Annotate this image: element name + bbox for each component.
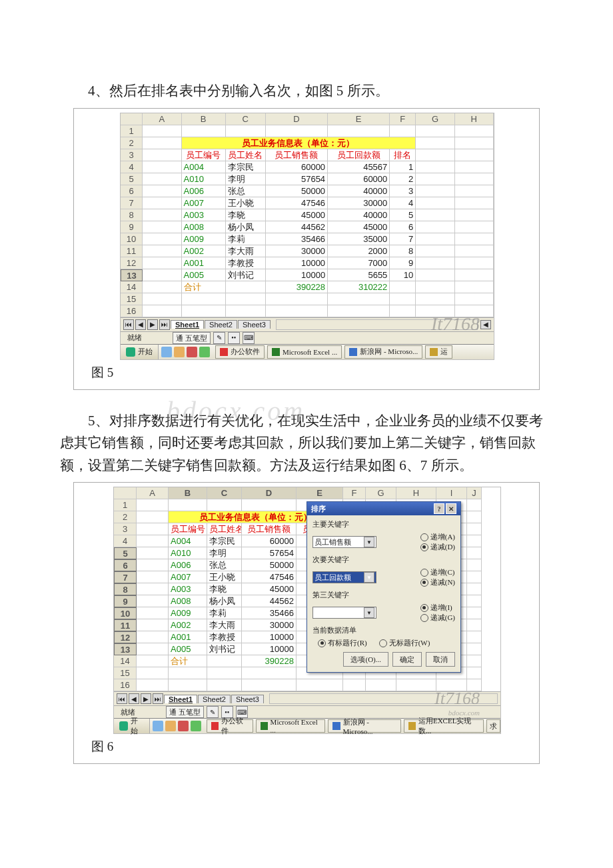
cell[interactable]	[328, 293, 390, 305]
row-header[interactable]: 2	[114, 511, 137, 523]
cell[interactable]	[416, 281, 454, 293]
cell[interactable]	[467, 499, 482, 511]
sheet-tab-2[interactable]: Sheet2	[198, 695, 231, 703]
cell[interactable]: 10	[390, 269, 416, 281]
cell[interactable]	[455, 149, 494, 161]
cell[interactable]: 50000	[242, 559, 297, 571]
col-C[interactable]: C	[207, 487, 242, 499]
ime-label[interactable]: 通 五笔型	[166, 706, 204, 718]
cell[interactable]	[266, 305, 328, 317]
cell[interactable]: 4	[390, 197, 416, 209]
cell[interactable]: 35466	[266, 233, 328, 245]
sheet-tab-1[interactable]: Sheet1	[171, 320, 204, 329]
ime-icon-pen[interactable]: ✎	[207, 706, 219, 718]
row-header[interactable]: 10	[121, 233, 143, 245]
cell[interactable]: 30000	[328, 197, 390, 209]
cell[interactable]: 45000	[242, 583, 297, 595]
cell[interactable]: 李明	[207, 547, 242, 559]
options-button[interactable]: 选项(O)...	[343, 652, 388, 667]
cell[interactable]	[182, 125, 226, 137]
cell[interactable]	[467, 631, 482, 643]
cell[interactable]: 张总	[207, 559, 242, 571]
cell[interactable]	[137, 643, 169, 655]
taskbar-office[interactable]: 办公软件	[207, 719, 253, 733]
ime-label[interactable]: 通 五笔型	[173, 332, 211, 344]
horizontal-scrollbar[interactable]	[269, 693, 498, 704]
cell[interactable]	[143, 293, 181, 305]
row-header[interactable]: 16	[114, 679, 137, 691]
cell[interactable]: 李宗民	[226, 161, 266, 173]
cell[interactable]	[467, 619, 482, 631]
cell[interactable]	[467, 571, 482, 583]
cell[interactable]: 7	[390, 233, 416, 245]
cell[interactable]	[242, 667, 297, 679]
cell[interactable]	[436, 679, 467, 691]
cell[interactable]: 44562	[266, 221, 328, 233]
cell[interactable]: A009	[182, 233, 226, 245]
col-B[interactable]: B	[169, 487, 207, 499]
cell[interactable]	[207, 499, 242, 511]
cell[interactable]	[455, 197, 494, 209]
cell[interactable]: 王小晓	[207, 571, 242, 583]
cell[interactable]: 10000	[242, 643, 297, 655]
cell[interactable]: 李晓	[226, 209, 266, 221]
row-header[interactable]: 4	[114, 535, 137, 547]
cell[interactable]	[416, 221, 454, 233]
nav-prev-icon[interactable]: ◀	[129, 693, 139, 704]
sheet-tab-3[interactable]: Sheet3	[238, 320, 271, 329]
cell[interactable]: 李大雨	[207, 619, 242, 631]
cell[interactable]	[455, 233, 494, 245]
cell[interactable]	[137, 619, 169, 631]
col-header-D[interactable]: D	[266, 113, 328, 125]
cell[interactable]	[455, 185, 494, 197]
radio-asc-2[interactable]	[420, 569, 428, 577]
cell[interactable]	[416, 137, 454, 149]
cell[interactable]: 2000	[328, 245, 390, 257]
ql-mail-icon[interactable]	[178, 721, 189, 731]
ime-icon-pen[interactable]: ✎	[213, 332, 225, 344]
row-header[interactable]: 13	[121, 269, 143, 281]
row-header[interactable]: 11	[114, 619, 137, 631]
cell[interactable]	[455, 305, 494, 317]
cell[interactable]: A001	[169, 631, 207, 643]
cell[interactable]: 1	[390, 161, 416, 173]
cell[interactable]: 44562	[242, 595, 297, 607]
cell[interactable]: 60000	[242, 535, 297, 547]
ok-button[interactable]: 确定	[392, 652, 422, 667]
cell[interactable]	[137, 571, 169, 583]
radio-desc-1[interactable]	[420, 543, 428, 551]
cell[interactable]	[467, 655, 482, 667]
nav-last-icon[interactable]: ⏭	[153, 693, 163, 704]
ql-desktop-icon[interactable]	[153, 721, 163, 731]
col-header-E[interactable]: E	[328, 113, 390, 125]
cell[interactable]: A004	[182, 161, 226, 173]
row-header[interactable]: 16	[121, 305, 143, 317]
cell[interactable]	[143, 149, 181, 161]
cell[interactable]: A007	[182, 197, 226, 209]
cell[interactable]: 50000	[266, 185, 328, 197]
cell[interactable]: A003	[169, 583, 207, 595]
ime-icon-dot[interactable]: ••	[228, 332, 240, 344]
cell[interactable]	[143, 269, 181, 281]
cell[interactable]	[455, 269, 494, 281]
taskbar-excel[interactable]: Microsoft Excel ...	[267, 345, 342, 359]
cell[interactable]: 40000	[328, 185, 390, 197]
cell[interactable]	[137, 559, 169, 571]
corner-cell[interactable]	[114, 487, 137, 499]
start-button[interactable]: 开始	[114, 719, 150, 733]
cell[interactable]	[226, 125, 266, 137]
cell[interactable]: 47546	[242, 571, 297, 583]
cell[interactable]	[467, 583, 482, 595]
row-header[interactable]: 3	[114, 523, 137, 535]
cell[interactable]	[455, 221, 494, 233]
cell[interactable]: 10000	[266, 269, 328, 281]
row-header[interactable]: 5	[114, 547, 137, 559]
cell[interactable]	[137, 655, 169, 667]
dialog-close-icon[interactable]: ✕	[446, 503, 456, 514]
col-E[interactable]: E	[297, 487, 343, 499]
cell[interactable]: 57654	[242, 547, 297, 559]
row-header[interactable]: 9	[121, 221, 143, 233]
cell[interactable]: 李宗民	[207, 535, 242, 547]
cell[interactable]: A010	[169, 547, 207, 559]
cell[interactable]: 李大雨	[226, 245, 266, 257]
